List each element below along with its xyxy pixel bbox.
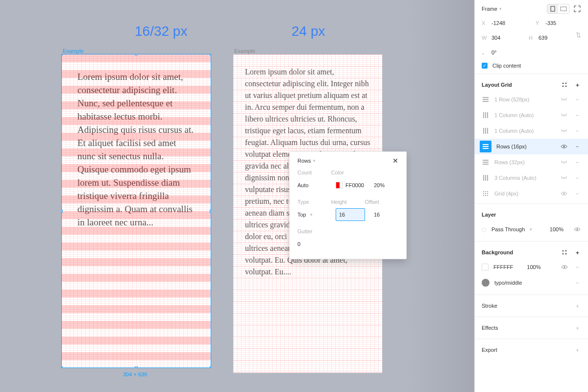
chevron-down-icon[interactable]: ▾ [310,212,313,217]
rows-icon[interactable] [482,96,490,103]
grid-label: 1 Column (Auto) [494,112,556,118]
svg-point-4 [563,86,564,87]
frame-label-right[interactable]: Example [234,48,255,54]
layer-section: Layer ◌ Pass Through ▾ 100% [475,204,588,242]
layout-grid-item[interactable]: 1 Column (Auto)− [475,123,588,139]
color-swatch[interactable] [336,182,343,189]
resize-handle[interactable] [210,367,211,368]
clip-content-checkbox[interactable]: ✓ [482,63,488,69]
add-export-icon[interactable]: ＋ [573,346,581,354]
frame-type-label[interactable]: Frame [482,6,497,12]
visibility-icon[interactable] [573,225,581,233]
svg-line-31 [562,162,562,163]
title-16-32: 16/32 px [135,24,187,39]
resize-handle[interactable] [62,210,63,213]
type-select[interactable]: Top▾ [297,212,336,218]
height-field[interactable]: H639 [529,31,567,44]
remove-icon[interactable]: − [573,191,581,196]
chevron-down-icon[interactable]: ▾ [313,158,316,163]
frame-example-left[interactable]: Lorem ipsum dolor sit amet, consectetur … [62,54,211,368]
visibility-icon[interactable] [561,263,568,271]
popup-title[interactable]: Rows [297,158,311,164]
fill-opacity-field[interactable]: 100% [527,264,540,270]
constrain-proportions-icon[interactable]: ⇅ [576,31,581,44]
chevron-down-icon[interactable]: ▾ [499,6,502,11]
remove-icon[interactable]: − [573,112,581,118]
frame-label-left[interactable]: Example [63,48,84,54]
fill-swatch[interactable] [482,264,489,270]
visibility-icon[interactable] [561,144,568,149]
chevron-down-icon[interactable]: ▾ [530,227,532,232]
width-field[interactable]: W304 [482,31,520,44]
remove-icon[interactable]: − [573,159,581,165]
effects-section: Effects＋ [475,317,588,339]
height-field[interactable]: 16 [336,208,374,221]
layout-grid-item[interactable]: Rows (32px)− [475,154,588,170]
portrait-icon[interactable] [547,4,558,13]
y-field[interactable]: Y-335 [536,17,581,29]
add-grid-icon[interactable]: ＋ [573,81,581,89]
blend-mode-icon[interactable]: ◌ [482,226,487,233]
visibility-icon[interactable] [561,176,568,180]
background-fill-row[interactable]: FFFFFF 100% − [482,259,581,275]
rows-popup[interactable]: Rows▾ ✕ Count Color Auto FF0000 20% Type… [289,151,407,259]
gutter-field[interactable]: 0 [297,241,398,247]
visibility-icon[interactable] [561,191,568,196]
count-field[interactable]: Auto [297,182,336,188]
visibility-icon[interactable] [561,129,568,133]
resize-handle[interactable] [62,54,63,55]
grid-styles-icon[interactable] [561,81,568,89]
rotation-field[interactable]: ⦟0° [482,46,527,59]
visibility-icon[interactable] [561,98,568,101]
remove-icon[interactable]: − [573,175,581,181]
add-stroke-icon[interactable]: ＋ [573,302,581,310]
layout-grid-section: Layout Grid ＋ 1 Row (528px)−1 Column (Au… [475,74,588,204]
offset-field[interactable]: 16 [374,212,398,218]
svg-point-41 [485,191,486,192]
body-text-left: Lorem ipsum dolor sit amet, consectetur … [62,54,211,245]
layout-grid-item[interactable]: Rows (16px)− [475,139,588,154]
landscape-icon[interactable] [558,4,569,13]
svg-point-46 [483,195,484,196]
svg-line-23 [566,131,566,132]
frame-header-row: Frame ▾ [475,0,588,17]
resize-handle[interactable] [62,367,63,368]
blend-mode-select[interactable]: Pass Through [491,226,525,232]
svg-point-47 [485,195,486,196]
layout-grid-item[interactable]: Grid (4px)− [475,186,588,201]
resize-to-fit-icon[interactable] [573,5,581,13]
remove-icon[interactable]: − [573,279,581,287]
cols-icon[interactable] [482,174,490,182]
orientation-toggle[interactable] [547,4,569,14]
style-picker-icon[interactable] [561,248,568,256]
rows-icon[interactable] [482,158,490,166]
layer-opacity-field[interactable]: 100% [550,226,564,232]
rows-icon[interactable] [480,141,491,152]
background-style-row[interactable]: typo/middle − [482,275,581,291]
visibility-icon[interactable] [561,160,568,164]
remove-icon[interactable]: − [573,97,581,102]
resize-handle[interactable] [135,54,138,55]
color-field[interactable]: FF0000 [336,182,374,189]
resize-handle[interactable] [135,367,138,368]
cols-icon[interactable] [482,127,490,135]
remove-icon[interactable]: − [573,144,581,149]
add-fill-icon[interactable]: ＋ [573,248,581,256]
close-icon[interactable]: ✕ [392,157,398,165]
layout-grid-item[interactable]: 1 Column (Auto)− [475,107,588,123]
resize-handle[interactable] [210,210,211,213]
grid-icon[interactable] [482,190,490,197]
cols-icon[interactable] [482,111,490,119]
remove-icon[interactable]: − [573,128,581,134]
visibility-icon[interactable] [561,113,568,117]
add-effect-icon[interactable]: ＋ [573,324,581,332]
remove-icon[interactable]: − [573,263,581,271]
x-field[interactable]: X-1248 [482,17,527,29]
color-opacity-field[interactable]: 20% [374,182,398,188]
resize-handle[interactable] [210,54,211,55]
gutter-label: Gutter [297,228,398,234]
svg-point-53 [563,253,564,255]
layout-grid-item[interactable]: 3 Columns (Auto)− [475,170,588,186]
layout-grid-item[interactable]: 1 Row (528px)− [475,92,588,107]
fill-hex-field[interactable]: FFFFFF [493,264,513,270]
